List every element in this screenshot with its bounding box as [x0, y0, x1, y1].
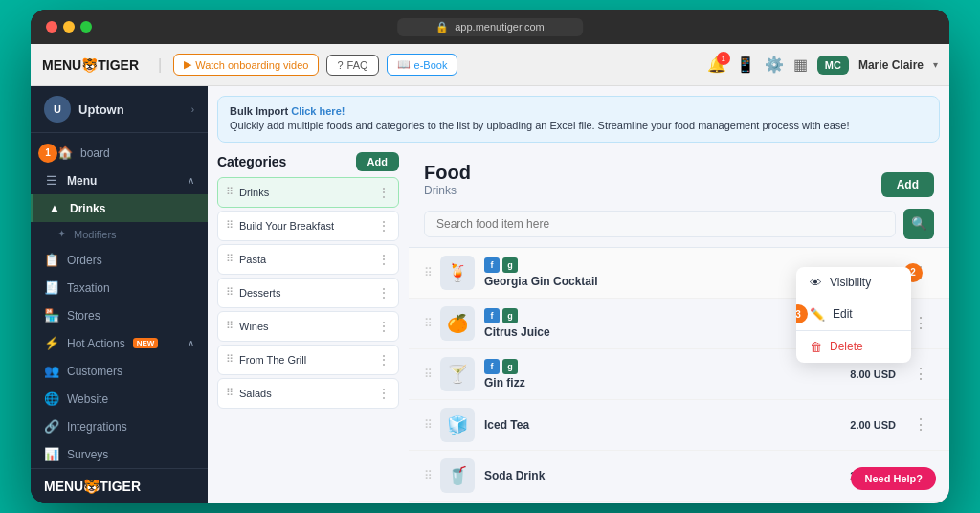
edit-icon: ✏️	[810, 307, 825, 322]
drag-handle: ⠿	[424, 469, 433, 482]
food-add-btn[interactable]: Add	[881, 172, 934, 197]
search-button[interactable]: 🔍	[903, 209, 934, 239]
taxation-icon: 🧾	[44, 280, 59, 295]
food-info: Iced Tea	[484, 418, 850, 432]
bulk-import-banner: Bulk Import Click here! Quickly add mult…	[217, 96, 940, 143]
sidebar-item-food[interactable]: ▲ Drinks	[31, 194, 208, 222]
categories-add-btn[interactable]: Add	[356, 152, 399, 171]
brand-section[interactable]: U Uptown ›	[31, 86, 208, 133]
visibility-label: Visibility	[830, 276, 871, 289]
category-more-btn[interactable]: ⋮	[377, 352, 390, 368]
bulk-import-link[interactable]: Click here!	[291, 105, 345, 117]
close-btn[interactable]	[46, 21, 57, 33]
step-1-badge: 1	[38, 144, 57, 163]
drag-handle: ⠿	[424, 368, 433, 381]
category-grill[interactable]: ⠿ From The Grill ⋮	[217, 345, 399, 375]
drag-handle: ⠿	[424, 317, 433, 330]
drag-handle: ⠿	[226, 353, 234, 366]
category-name: From The Grill	[239, 354, 306, 366]
sidebar-item-menu[interactable]: ☰ Menu ∧	[31, 167, 208, 194]
food-name: Gin fizz	[484, 376, 850, 390]
minimize-btn[interactable]	[63, 21, 75, 33]
context-visibility-btn[interactable]: 👁 Visibility	[796, 267, 911, 299]
food-price: 2.00 USD	[850, 419, 896, 431]
user-chevron[interactable]: ▾	[933, 59, 938, 70]
sidebar-item-customers[interactable]: 👥 Customers	[31, 357, 208, 385]
avatar[interactable]: MC	[817, 56, 849, 75]
category-name: Drinks	[239, 187, 269, 198]
grid-icon[interactable]: ▦	[793, 56, 808, 74]
food-image: 🧊	[440, 408, 475, 442]
food-name: Soda Drink	[484, 469, 850, 482]
drag-handle: ⠿	[424, 266, 433, 279]
dashboard-icon: 🏠	[57, 145, 73, 160]
sidebar-item-orders[interactable]: 📋 Orders	[31, 246, 208, 274]
sidebar-label-customers: Customers	[67, 365, 122, 378]
category-more-btn[interactable]: ⋮	[377, 386, 390, 401]
settings-icon[interactable]: ⚙️	[765, 56, 784, 74]
tag-blue: f	[484, 359, 500, 374]
context-edit-btn[interactable]: ✏️ Edit	[796, 299, 911, 330]
watch-video-btn[interactable]: ▶ Watch onboarding video	[173, 54, 319, 76]
user-name: Marie Claire	[858, 58, 924, 72]
sidebar-label-stores: Stores	[67, 309, 100, 323]
category-drinks[interactable]: ⠿ Drinks ⋮	[217, 177, 399, 208]
category-desserts[interactable]: ⠿ Desserts ⋮	[217, 278, 399, 308]
tag-green: g	[502, 359, 518, 374]
food-price: 8.00 USD	[850, 368, 896, 380]
url-display: app.menutiger.com	[455, 21, 545, 33]
sidebar-item-taxation[interactable]: 🧾 Taxation	[31, 274, 208, 301]
category-more-btn[interactable]: ⋮	[377, 285, 390, 301]
category-more-btn[interactable]: ⋮	[377, 218, 390, 234]
sidebar-item-modifiers[interactable]: ✦ Modifiers	[31, 222, 208, 246]
surveys-icon: 📊	[44, 447, 59, 461]
category-more-btn[interactable]: ⋮	[377, 319, 390, 334]
category-wines[interactable]: ⠿ Wines ⋮	[217, 311, 399, 342]
notification-bell[interactable]: 🔔 1	[707, 56, 726, 74]
ebook-btn[interactable]: 📖 e-Book	[387, 54, 458, 76]
faq-btn[interactable]: ? FAQ	[326, 55, 378, 76]
food-info: f g Gin fizz	[484, 359, 850, 390]
food-more-btn[interactable]: ⋮	[907, 312, 934, 334]
hot-actions-icon: ⚡	[44, 336, 59, 350]
food-item-georgia-gin: ⠿ 🍹 f g Georgia Gin Cocktail 12.00 US	[409, 248, 949, 299]
sidebar-item-dashboard[interactable]: 1 🏠 board	[31, 139, 208, 167]
sidebar-item-website[interactable]: 🌐 Website	[31, 385, 208, 413]
sidebar-label-surveys: Surveys	[67, 448, 108, 461]
category-salads[interactable]: ⠿ Salads ⋮	[217, 378, 399, 409]
sidebar-item-stores[interactable]: 🏪 Stores	[31, 301, 208, 329]
food-list: ⠿ 🍹 f g Georgia Gin Cocktail 12.00 US	[409, 248, 949, 503]
sidebar-item-hot-actions[interactable]: ⚡ Hot Actions NEW ∧	[31, 329, 208, 357]
delete-icon: 🗑	[810, 340, 822, 354]
brand-chevron: ›	[191, 104, 194, 115]
category-more-btn[interactable]: ⋮	[377, 185, 390, 200]
sidebar-label-taxation: Taxation	[67, 281, 110, 295]
need-help-btn[interactable]: Need Help?	[851, 467, 936, 490]
edit-label: Edit	[833, 307, 853, 321]
sidebar-label-modifiers: Modifiers	[74, 229, 117, 240]
sidebar-label-menu: Menu	[67, 174, 97, 188]
category-name: Build Your Breakfast	[239, 220, 334, 232]
maximize-btn[interactable]	[80, 21, 92, 33]
drag-handle: ⠿	[226, 186, 234, 198]
visibility-icon: 👁	[810, 276, 822, 290]
drag-handle: ⠿	[226, 253, 234, 265]
mobile-icon[interactable]: 📱	[736, 56, 755, 74]
food-image: 🍸	[440, 357, 475, 391]
category-pasta[interactable]: ⠿ Pasta ⋮	[217, 244, 399, 275]
category-breakfast[interactable]: ⠿ Build Your Breakfast ⋮	[217, 211, 399, 241]
sidebar-item-integrations[interactable]: 🔗 Integrations	[31, 413, 208, 440]
tag-blue: f	[484, 257, 500, 273]
food-more-btn[interactable]: ⋮	[907, 413, 934, 435]
integrations-icon: 🔗	[44, 419, 59, 434]
context-delete-btn[interactable]: 🗑 Delete	[796, 331, 911, 363]
food-image: 🥤	[440, 458, 475, 493]
modifiers-icon: ✦	[57, 228, 66, 240]
search-input[interactable]	[424, 211, 896, 237]
play-icon: ▶	[184, 58, 191, 71]
sidebar-item-surveys[interactable]: 📊 Surveys	[31, 440, 208, 468]
food-image: 🍹	[440, 256, 475, 290]
food-title: Food	[424, 162, 471, 184]
food-more-btn[interactable]: ⋮	[907, 363, 934, 385]
category-more-btn[interactable]: ⋮	[377, 252, 390, 267]
